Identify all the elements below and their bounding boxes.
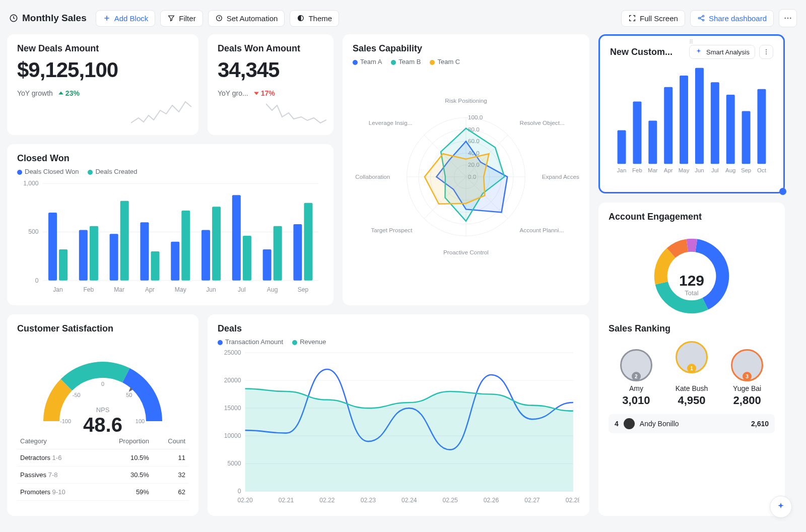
svg-text:100.0: 100.0	[468, 114, 483, 120]
cap-legend-b: Team B	[398, 58, 421, 65]
svg-text:Jun: Jun	[695, 167, 704, 173]
svg-rect-57	[726, 95, 735, 164]
card-more-button[interactable]	[759, 45, 773, 59]
rank-name: Amy	[620, 384, 652, 392]
drag-handle-icon[interactable]: ⠿	[689, 39, 694, 45]
share-button[interactable]: Share dashboard	[690, 10, 774, 27]
deals-won-value: 34,345	[218, 58, 323, 82]
deals-chart: 050001000015000200002500002.2002.2102.22…	[218, 349, 579, 506]
nps-table: Category Proportion Count Detractors 1-6…	[17, 433, 188, 501]
new-deals-growth-label: YoY growth	[17, 89, 53, 97]
th-count: Count	[152, 433, 188, 449]
svg-rect-90	[263, 249, 272, 281]
rank-person[interactable]: 2 Amy 3,010	[620, 349, 652, 407]
engagement-title: Account Engagement	[609, 212, 775, 222]
deals-won-title: Deals Won Amount	[218, 43, 323, 54]
svg-point-40	[766, 49, 767, 50]
svg-point-41	[766, 51, 767, 52]
new-customer-title: New Custom...	[610, 47, 673, 57]
card-new-deals[interactable]: New Deals Amount $9,125,100 YoY growth 2…	[7, 34, 198, 135]
svg-text:02.26: 02.26	[484, 497, 499, 504]
filter-button[interactable]: Filter	[160, 10, 203, 27]
svg-rect-61	[757, 89, 766, 164]
deals-won-growth: 17%	[253, 89, 275, 97]
svg-rect-75	[110, 234, 118, 280]
card-new-customer[interactable]: ⠿ New Custom... Smart Analysis JanFebMar…	[598, 34, 785, 193]
theme-label: Theme	[308, 14, 332, 23]
svg-rect-53	[695, 68, 704, 164]
closed-won-legend: Deals Closed Won Deals Created	[17, 168, 323, 175]
svg-text:0: 0	[35, 277, 39, 284]
card-closed-won[interactable]: Closed Won Deals Closed Won Deals Create…	[7, 144, 333, 305]
rank-badge: 2	[632, 372, 641, 381]
table-row: Promoters 9-1059%62	[17, 484, 188, 501]
table-row: Detractors 1-610.5%11	[17, 449, 188, 467]
full-screen-button[interactable]: Full Screen	[621, 10, 685, 27]
card-deals[interactable]: Deals Transaction Amount Revenue 0500010…	[208, 314, 589, 516]
svg-text:Jun: Jun	[206, 286, 216, 293]
rank4-place: 4	[615, 420, 619, 428]
rank-person[interactable]: 3 Yuge Bai 2,800	[731, 349, 763, 407]
dl-legend-a: Transaction Amount	[225, 338, 283, 346]
new-deals-title: New Deals Amount	[17, 43, 188, 54]
svg-text:May: May	[175, 286, 187, 293]
ranking-row-4[interactable]: 4 Andy Bonillo 2,610	[609, 414, 775, 433]
add-block-button[interactable]: Add Block	[96, 10, 156, 27]
svg-text:Apr: Apr	[145, 286, 155, 293]
smart-analysis-button[interactable]: Smart Analysis	[689, 45, 755, 59]
svg-text:Aug: Aug	[725, 167, 735, 173]
svg-text:Risk Positioning: Risk Positioning	[445, 97, 487, 104]
svg-text:20000: 20000	[224, 377, 241, 384]
card-capability[interactable]: Sales Capability Team A Team B Team C 20…	[343, 34, 589, 305]
filter-label: Filter	[179, 14, 195, 23]
automation-button[interactable]: Set Automation	[208, 10, 285, 27]
svg-text:02.24: 02.24	[401, 497, 417, 504]
rank4-value: 2,610	[751, 420, 769, 428]
svg-text:Feb: Feb	[632, 167, 642, 173]
nps-label: NPS	[83, 406, 122, 414]
rank-value: 2,800	[731, 394, 763, 407]
svg-rect-45	[633, 101, 641, 164]
svg-text:02.20: 02.20	[237, 497, 253, 504]
svg-rect-81	[171, 242, 179, 281]
svg-text:May: May	[679, 167, 690, 173]
svg-text:Feb: Feb	[83, 286, 94, 293]
rank-badge: 1	[687, 364, 696, 373]
automation-label: Set Automation	[227, 14, 278, 23]
closed-won-chart: 05001,000JanFebMarAprMayJunJulAugSep	[17, 178, 323, 296]
svg-text:15000: 15000	[224, 405, 241, 412]
svg-text:50: 50	[126, 392, 132, 398]
card-customer-satisfaction[interactable]: Customer Satisfaction -100-50050100 NPS …	[7, 314, 198, 516]
card-sales-ranking[interactable]: Sales Ranking 2 Amy 3,010 1 Kate Bush 4,…	[598, 314, 785, 516]
deals-won-growth-value: 17%	[261, 89, 275, 97]
card-deals-won[interactable]: Deals Won Amount 34,345 YoY gro... 17%	[208, 34, 333, 135]
svg-rect-76	[120, 201, 129, 281]
sparkle-icon	[776, 502, 786, 512]
share-icon	[697, 14, 705, 22]
svg-text:02.22: 02.22	[319, 497, 335, 504]
ai-fab-button[interactable]	[770, 496, 792, 518]
svg-text:10000: 10000	[224, 432, 241, 439]
svg-rect-79	[151, 251, 159, 281]
svg-rect-72	[79, 230, 88, 281]
svg-text:Jul: Jul	[711, 167, 719, 173]
rank-badge: 3	[743, 372, 752, 381]
svg-text:-100: -100	[60, 418, 71, 424]
svg-text:Account Planni...: Account Planni...	[520, 227, 564, 233]
nps-center: NPS 48.6	[83, 406, 122, 436]
svg-text:Jan: Jan	[53, 286, 63, 293]
theme-button[interactable]: Theme	[290, 10, 339, 27]
svg-text:02.27: 02.27	[524, 497, 540, 504]
svg-rect-69	[48, 213, 57, 281]
eng-center: 129 Total	[679, 272, 704, 297]
deals-legend: Transaction Amount Revenue	[218, 338, 579, 346]
svg-rect-49	[664, 87, 673, 164]
rank-person[interactable]: 1 Kate Bush 4,950	[676, 341, 708, 407]
eng-value: 129	[679, 272, 704, 289]
cap-legend-c: Team C	[437, 58, 460, 65]
svg-text:Proactive Control: Proactive Control	[443, 249, 489, 255]
more-button[interactable]	[779, 9, 797, 27]
rank4-name: Andy Bonillo	[640, 420, 679, 428]
resize-handle[interactable]	[779, 188, 786, 195]
svg-rect-87	[232, 195, 241, 280]
